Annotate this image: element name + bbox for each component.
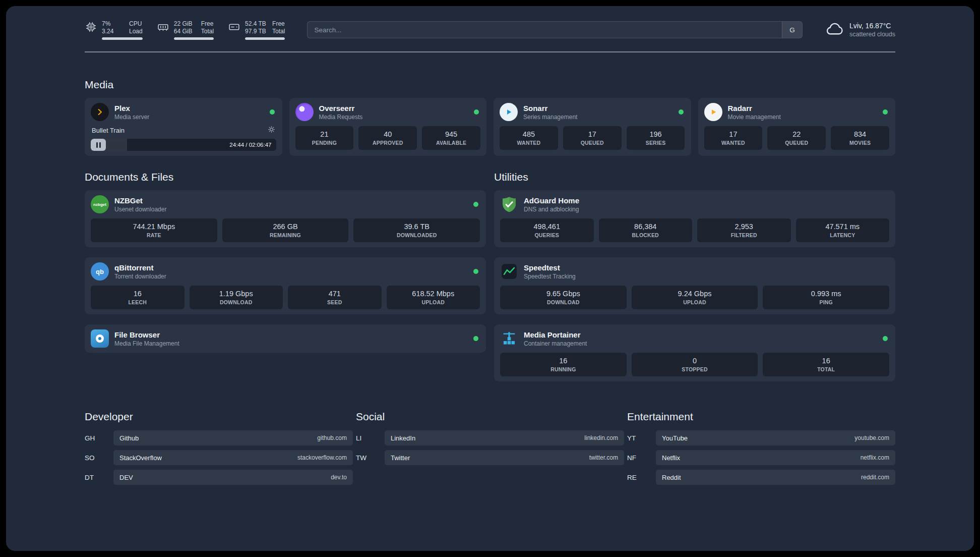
portainer-crane-icon: [500, 329, 518, 348]
stat-blocked: 86,384 BLOCKED: [599, 218, 693, 242]
stat-upload: 618.52 Mbps UPLOAD: [387, 286, 480, 309]
bookmark-link-stackoverflow[interactable]: StackOverflow stackoverflow.com: [113, 450, 353, 465]
stat-pending: 21 PENDING: [295, 126, 354, 150]
stat-downloaded: 39.6 TB DOWNLOADED: [353, 218, 480, 242]
search-input[interactable]: [308, 22, 782, 38]
stat-value: 1.19 Gbps: [191, 290, 282, 298]
stat-label: WANTED: [705, 140, 762, 146]
bookmark-row-netflix: NF Netflix netflix.com: [627, 450, 895, 465]
disk-icon: [228, 21, 240, 35]
status-online-dot: [883, 336, 888, 341]
status-online-dot: [473, 202, 478, 207]
stat-label: MOVIES: [832, 140, 888, 146]
disk-resource-widget: 52.4 TB Free 97.9 TB Total: [228, 20, 285, 40]
plex-now-playing-widget: Bullet Train 24:44 / 02:06:4: [91, 126, 276, 151]
bookmark-row-stackoverflow: SO StackOverflow stackoverflow.com: [85, 450, 353, 465]
service-card-radarr[interactable]: Radarr Movie management 17 WANTED 22 QUE…: [698, 98, 896, 156]
header-divider: [85, 51, 895, 52]
stat-label: RUNNING: [501, 366, 626, 372]
overseerr-icon: [295, 103, 314, 121]
stat-queued: 17 QUEUED: [563, 126, 622, 150]
cpu-usage-label: CPU: [129, 20, 142, 28]
cpu-usage-value: 7%: [102, 20, 129, 28]
service-name: AdGuard Home: [524, 196, 579, 205]
filebrowser-icon: [91, 329, 109, 348]
bookmark-abbr: YT: [627, 434, 656, 442]
memory-free-label: Free: [201, 20, 214, 28]
stat-value: 471: [289, 290, 381, 298]
radarr-icon: [704, 103, 722, 121]
service-card-overseerr[interactable]: Overseerr Media Requests 21 PENDING 40 A…: [289, 98, 487, 156]
stat-label: PENDING: [296, 140, 353, 146]
bookmark-url: twitter.com: [589, 454, 618, 461]
bookmark-link-twitter[interactable]: Twitter twitter.com: [385, 450, 624, 465]
bookmark-link-github[interactable]: Github github.com: [113, 430, 353, 445]
bookmark-link-linkedin[interactable]: LinkedIn linkedin.com: [385, 430, 624, 445]
bookmark-link-reddit[interactable]: Reddit reddit.com: [656, 470, 895, 485]
section-media: Media Plex Media server: [85, 79, 895, 156]
cpu-usage-row: 7% CPU: [102, 20, 143, 28]
stat-value: 2,953: [698, 222, 790, 231]
dashboard: 7% CPU 3.24 Load: [6, 6, 974, 551]
service-card-speedtest[interactable]: Speedtest Speedtest Tracking 9.65 Gbps D…: [494, 257, 895, 314]
stat-label: WANTED: [501, 140, 557, 146]
cpu-resource-widget: 7% CPU 3.24 Load: [85, 20, 143, 40]
disk-progress-bar: [245, 37, 285, 40]
search-bar: G: [307, 21, 803, 38]
bookmark-abbr: GH: [85, 434, 113, 442]
stat-download: 9.65 Gbps DOWNLOAD: [500, 286, 627, 309]
bookmark-row-linkedin: LI LinkedIn linkedin.com: [356, 430, 624, 445]
bookmark-link-dev[interactable]: DEV dev.to: [113, 470, 353, 485]
stat-filtered: 2,953 FILTERED: [697, 218, 791, 242]
service-card-portainer[interactable]: Media Portainer Container management 16 …: [494, 324, 895, 381]
bookmark-name: DEV: [119, 474, 133, 481]
stat-label: QUEUED: [564, 140, 621, 146]
bookmark-name: Reddit: [662, 474, 681, 481]
service-card-qbittorrent[interactable]: qb qBittorrent Torrent downloader 16: [85, 257, 486, 314]
service-card-sonarr[interactable]: Sonarr Series management 485 WANTED 17 Q…: [494, 98, 691, 156]
service-card-adguard[interactable]: AdGuard Home DNS and adblocking 498,461 …: [494, 190, 895, 247]
service-card-nzbget[interactable]: nzbget NZBGet Usenet downloader 744.21 M…: [85, 190, 486, 247]
pause-button[interactable]: [91, 139, 106, 151]
stat-label: FILTERED: [698, 232, 790, 238]
service-card-plex[interactable]: Plex Media server Bullet Train: [85, 98, 282, 156]
stat-series: 196 SERIES: [627, 126, 685, 150]
service-name: Sonarr: [523, 104, 577, 113]
weather-location: Lviv, 16.87°C: [849, 22, 895, 30]
cpu-icon: [85, 21, 97, 35]
stat-label: AVAILABLE: [423, 140, 479, 146]
stat-value: 498,461: [501, 222, 593, 231]
memory-total-row: 64 GiB Total: [174, 28, 214, 35]
memory-progress-bar: [174, 37, 214, 40]
stat-label: PING: [764, 299, 888, 305]
player-progress-bar[interactable]: 24:44 / 02:06:47: [91, 139, 276, 151]
stat-label: SEED: [289, 299, 381, 305]
cloud-icon: [825, 19, 844, 40]
qbittorrent-icon: qb: [91, 262, 109, 281]
settings-gear-icon[interactable]: [268, 126, 275, 135]
stat-queued: 22 QUEUED: [767, 126, 826, 150]
bookmark-name: YouTube: [662, 434, 688, 442]
stat-value: 22: [768, 130, 825, 138]
status-online-dot: [883, 109, 888, 115]
stat-value: 86,384: [600, 222, 692, 231]
stat-label: BLOCKED: [600, 232, 692, 238]
service-subtitle: DNS and adblocking: [524, 206, 579, 213]
search-provider-button[interactable]: G: [782, 22, 802, 38]
memory-free-row: 22 GiB Free: [174, 20, 214, 28]
stat-value: 744.21 Mbps: [92, 222, 216, 231]
bookmark-link-youtube[interactable]: YouTube youtube.com: [656, 430, 895, 445]
service-name: Plex: [114, 104, 149, 113]
bookmark-group-social: Social LI LinkedIn linkedin.com TW Twitt…: [356, 411, 624, 485]
status-online-dot: [473, 269, 478, 274]
service-card-filebrowser[interactable]: File Browser Media File Management: [85, 324, 486, 353]
bookmark-link-netflix[interactable]: Netflix netflix.com: [656, 450, 895, 465]
bookmark-url: linkedin.com: [584, 434, 618, 441]
service-subtitle: Media server: [114, 114, 149, 121]
stat-value: 16: [92, 290, 183, 298]
stat-label: UPLOAD: [388, 299, 479, 305]
bookmark-name: LinkedIn: [391, 434, 415, 442]
section-title-utilities: Utilities: [494, 171, 895, 183]
bookmark-row-twitter: TW Twitter twitter.com: [356, 450, 624, 465]
bookmark-group-developer: Developer GH Github github.com SO StackO…: [85, 411, 353, 485]
